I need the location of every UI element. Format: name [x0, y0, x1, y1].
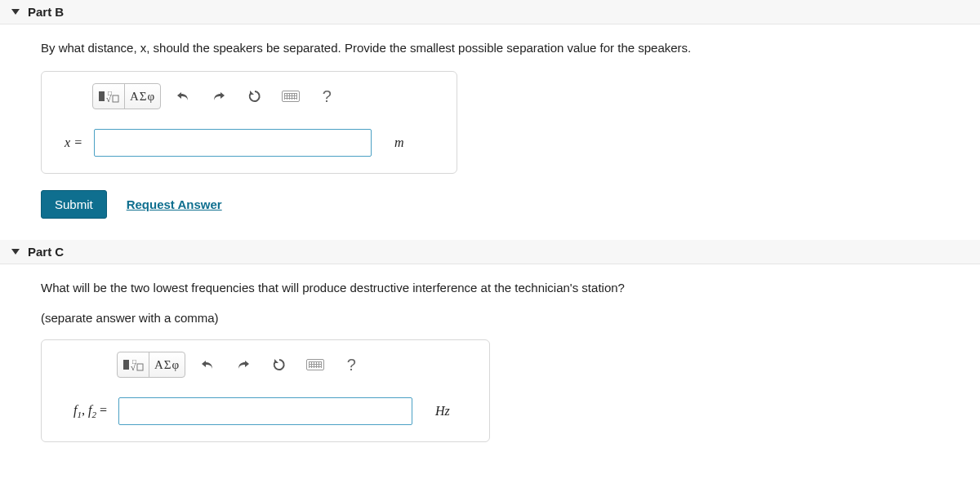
undo-button[interactable] [194, 352, 221, 377]
part-b-var-label: x = [53, 135, 86, 150]
svg-text:√: √ [131, 362, 136, 372]
caret-down-icon [11, 9, 20, 15]
reset-button[interactable] [241, 84, 269, 109]
part-c-question: What will be the two lowest frequencies … [41, 281, 939, 295]
undo-button[interactable] [169, 84, 197, 109]
svg-rect-3 [113, 95, 118, 102]
part-b-answer-row: x = m [53, 129, 445, 157]
part-b-answer-panel: □ √ ΑΣφ ? [41, 71, 457, 174]
greek-symbols-button[interactable]: ΑΣφ [125, 84, 160, 109]
svg-rect-7 [137, 364, 143, 370]
template-symbol-group: □ √ ΑΣφ [92, 83, 161, 109]
part-b-answer-input[interactable] [94, 129, 372, 157]
help-button[interactable]: ? [337, 352, 365, 377]
help-icon: ? [347, 356, 356, 374]
caret-down-icon [11, 249, 20, 255]
part-b-toolbar: □ √ ΑΣφ ? [92, 83, 445, 109]
part-b-body: By what distance, x, should the speakers… [0, 24, 980, 240]
keyboard-button[interactable] [277, 84, 305, 109]
math-template-button[interactable]: □ √ [118, 352, 149, 377]
svg-rect-4 [123, 360, 129, 370]
keyboard-icon [282, 91, 300, 102]
svg-rect-0 [99, 91, 105, 101]
part-b-unit: m [394, 135, 404, 150]
template-symbol-group: □ √ ΑΣφ [117, 352, 185, 378]
part-b-question: By what distance, x, should the speakers… [41, 41, 939, 55]
part-c-unit: Hz [435, 404, 450, 419]
part-c-subnote: (separate answer with a comma) [41, 311, 939, 325]
submit-button[interactable]: Submit [41, 190, 107, 219]
part-c-answer-panel: □ √ ΑΣφ ? [41, 339, 490, 442]
reset-button[interactable] [265, 352, 293, 377]
help-icon: ? [323, 87, 332, 106]
redo-button[interactable] [229, 352, 257, 377]
part-c-toolbar: □ √ ΑΣφ ? [117, 352, 478, 378]
help-button[interactable]: ? [313, 84, 341, 109]
math-template-button[interactable]: □ √ [93, 84, 125, 109]
svg-text:√: √ [106, 94, 112, 104]
part-b-title: Part B [28, 5, 64, 19]
part-c-header[interactable]: Part C [0, 240, 980, 264]
part-c-var-label: f1, f2 = [53, 403, 110, 419]
part-c-body: What will be the two lowest frequencies … [0, 264, 980, 463]
keyboard-button[interactable] [301, 352, 329, 377]
keyboard-icon [306, 359, 324, 370]
part-b-header[interactable]: Part B [0, 0, 980, 24]
redo-button[interactable] [205, 84, 233, 109]
part-b-actions: Submit Request Answer [41, 190, 939, 219]
part-c-answer-input[interactable] [118, 397, 412, 425]
part-c-answer-row: f1, f2 = Hz [53, 397, 478, 425]
part-c-title: Part C [28, 245, 64, 259]
request-answer-link[interactable]: Request Answer [127, 197, 222, 211]
greek-symbols-button[interactable]: ΑΣφ [149, 352, 185, 377]
